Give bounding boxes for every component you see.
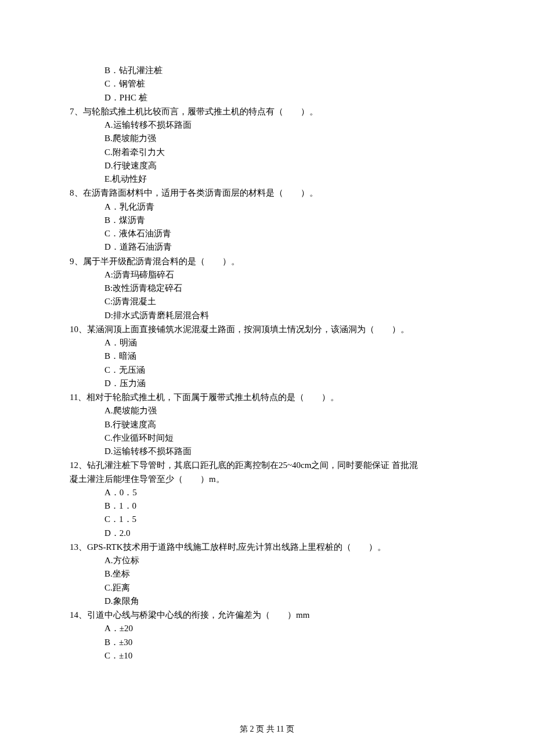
option: A.爬坡能力强 [70,404,464,417]
option: A．0．5 [70,486,464,499]
option: D．压力涵 [70,377,464,390]
option: D．2.0 [70,527,464,540]
option: B.行驶速度高 [70,418,464,431]
question-text: 属于半开级配沥青混合料的是（ ）。 [83,257,240,266]
question-stem-cont: 凝土灌注后能埋住导管至少（ ）m。 [70,473,464,486]
question-number: 9、 [70,257,83,266]
question-number: 10、 [70,325,87,334]
question-stem: 11、相对于轮胎式推土机，下面属于履带式推土机特点的是（ ）。 [70,391,464,404]
question-number: 13、 [70,542,87,552]
options: A．乳化沥青 B．煤沥青 C．液体石油沥青 D．道路石油沥青 [70,200,464,254]
options: A．±20 B．±30 C．±10 [70,622,464,663]
option: C.作业循环时间短 [70,431,464,445]
option: B.坐标 [70,567,464,581]
option: A:沥青玛碲脂碎石 [70,268,464,282]
option: D．PHC 桩 [70,91,464,105]
option: A.运输转移不损坏路面 [70,118,464,132]
option: D.运输转移不损坏路面 [70,445,464,458]
options: A.爬坡能力强 B.行驶速度高 C.作业循环时间短 D.运输转移不损坏路面 [70,404,464,458]
page-footer: 第 2 页 共 11 页 [0,723,534,736]
option: D.行驶速度高 [70,159,464,172]
question-9: 9、属于半开级配沥青混合料的是（ ）。 A:沥青玛碲脂碎石 B:改性沥青稳定碎石… [70,255,464,322]
option: B．1．0 [70,499,464,513]
option: C:沥青混凝土 [70,295,464,308]
option: B．±30 [70,636,464,649]
question-13: 13、GPS-RTK技术用于道路中线施工放样时,应先计算出线路上里程桩的（ ）。… [70,541,464,608]
question-stem: 12、钻孔灌注桩下导管时，其底口距孔底的距离控制在25~40cm之间，同时要能保… [70,459,464,472]
question-stem: 7、与轮胎式推土机比较而言，履带式推土机的特点有（ ）。 [70,105,464,118]
question-number: 12、 [70,460,87,470]
question-text: 钻孔灌注桩下导管时，其底口距孔底的距离控制在25~40cm之间，同时要能保证 首… [87,460,418,470]
options: A:沥青玛碲脂碎石 B:改性沥青稳定碎石 C:沥青混凝土 D:排水式沥青磨耗层混… [70,268,464,322]
options: A.运输转移不损坏路面 B.爬坡能力强 C.附着牵引力大 D.行驶速度高 E.机… [70,118,464,186]
question-text: 某涵洞顶上面直接铺筑水泥混凝土路面，按洞顶填土情况划分，该涵洞为（ ）。 [87,325,409,334]
option: C．±10 [70,649,464,663]
option: C．1．5 [70,513,464,526]
question-7: 7、与轮胎式推土机比较而言，履带式推土机的特点有（ ）。 A.运输转移不损坏路面… [70,105,464,186]
question-text: 在沥青路面材料中，适用于各类沥青面层的材料是（ ）。 [83,188,318,197]
option: B．暗涵 [70,350,464,363]
option: C.附着牵引力大 [70,146,464,159]
option: D:排水式沥青磨耗层混合料 [70,309,464,322]
question-number: 11、 [70,393,86,402]
option: C．液体石油沥青 [70,227,464,240]
question-stem: 13、GPS-RTK技术用于道路中线施工放样时,应先计算出线路上里程桩的（ ）。 [70,541,464,554]
question-stem: 8、在沥青路面材料中，适用于各类沥青面层的材料是（ ）。 [70,186,464,200]
question-12: 12、钻孔灌注桩下导管时，其底口距孔底的距离控制在25~40cm之间，同时要能保… [70,459,464,540]
question-14: 14、引道中心线与桥梁中心线的衔接，允许偏差为（ ）mm A．±20 B．±30… [70,609,464,663]
option: A.方位标 [70,554,464,567]
question-stem: 10、某涵洞顶上面直接铺筑水泥混凝土路面，按洞顶填土情况划分，该涵洞为（ ）。 [70,323,464,336]
option: A．明涵 [70,336,464,350]
question-10: 10、某涵洞顶上面直接铺筑水泥混凝土路面，按洞顶填土情况划分，该涵洞为（ ）。 … [70,323,464,390]
question-text: 相对于轮胎式推土机，下面属于履带式推土机特点的是（ ）。 [86,393,339,402]
options: A．0．5 B．1．0 C．1．5 D．2.0 [70,486,464,540]
question-text: 与轮胎式推土机比较而言，履带式推土机的特点有（ ）。 [83,107,318,116]
question-number: 14、 [70,610,87,620]
question-stem: 9、属于半开级配沥青混合料的是（ ）。 [70,255,464,268]
options: A.方位标 B.坐标 C.距离 D.象限角 [70,554,464,608]
question-8: 8、在沥青路面材料中，适用于各类沥青面层的材料是（ ）。 A．乳化沥青 B．煤沥… [70,186,464,254]
option: D.象限角 [70,595,464,608]
question-text: 引道中心线与桥梁中心线的衔接，允许偏差为（ ）mm [87,610,309,620]
question-text-cont: 凝土灌注后能埋住导管至少（ ）m。 [70,474,225,484]
question-number: 7、 [70,107,83,116]
option: E.机动性好 [70,172,464,186]
option: C.距离 [70,581,464,595]
options: A．明涵 B．暗涵 C．无压涵 D．压力涵 [70,336,464,390]
option: A．±20 [70,622,464,635]
option: B．煤沥青 [70,214,464,227]
question-number: 8、 [70,188,83,197]
exam-page: B．钻孔灌注桩 C．钢管桩 D．PHC 桩 7、与轮胎式推土机比较而言，履带式推… [0,0,534,756]
option: B.爬坡能力强 [70,132,464,145]
option: A．乳化沥青 [70,200,464,214]
question-11: 11、相对于轮胎式推土机，下面属于履带式推土机特点的是（ ）。 A.爬坡能力强 … [70,391,464,458]
question-stem: 14、引道中心线与桥梁中心线的衔接，允许偏差为（ ）mm [70,609,464,622]
option: D．道路石油沥青 [70,240,464,254]
option: C．无压涵 [70,363,464,377]
option: B．钻孔灌注桩 [70,64,464,77]
question-text: GPS-RTK技术用于道路中线施工放样时,应先计算出线路上里程桩的（ ）。 [87,542,386,552]
orphan-options-block: B．钻孔灌注桩 C．钢管桩 D．PHC 桩 [70,64,464,105]
option: C．钢管桩 [70,77,464,91]
option: B:改性沥青稳定碎石 [70,282,464,295]
